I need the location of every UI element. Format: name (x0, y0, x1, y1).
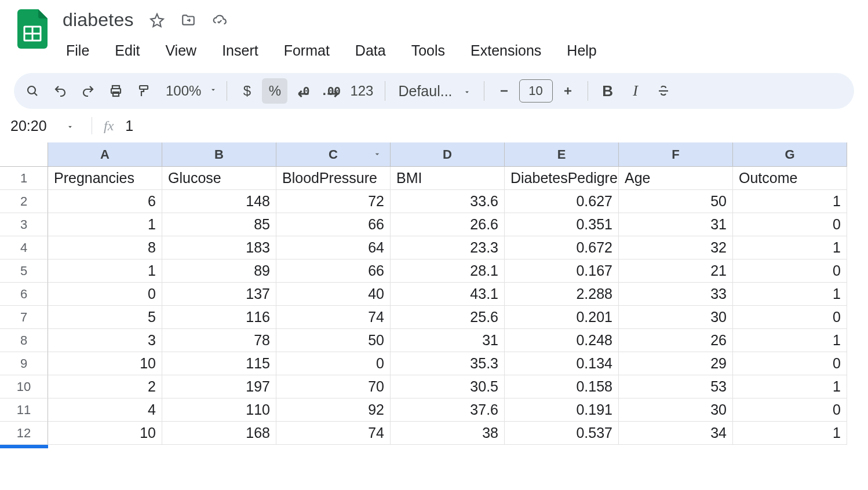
paint-format-button[interactable] (131, 78, 156, 104)
formula-bar-input[interactable]: 1 (125, 118, 133, 134)
menu-data[interactable]: Data (344, 39, 397, 63)
cell[interactable]: 70 (276, 375, 391, 398)
cell[interactable]: 137 (162, 283, 276, 306)
decrease-font-size-button[interactable] (491, 78, 517, 104)
cell[interactable]: BloodPressure (276, 167, 391, 190)
cell[interactable]: 0 (733, 398, 847, 422)
cell[interactable]: 0.351 (505, 213, 619, 236)
cell[interactable]: 31 (619, 213, 733, 236)
cell[interactable]: 37.6 (391, 398, 505, 422)
cell[interactable]: 1 (733, 422, 847, 445)
cell[interactable]: 1 (733, 190, 847, 213)
spreadsheet-grid[interactable]: 123456789101112 ABCDEFG PregnanciesGluco… (0, 142, 868, 448)
cell[interactable]: 110 (162, 398, 276, 422)
cell[interactable]: 3 (48, 329, 162, 352)
cell[interactable]: 34 (619, 422, 733, 445)
row-header-10[interactable]: 10 (0, 375, 48, 398)
menu-extensions[interactable]: Extensions (459, 39, 553, 63)
column-header-E[interactable]: E (505, 142, 619, 167)
undo-button[interactable] (48, 78, 73, 104)
cell[interactable]: 0 (733, 259, 847, 283)
menu-edit[interactable]: Edit (103, 39, 151, 63)
row-header-11[interactable]: 11 (0, 398, 48, 422)
cell[interactable]: 0.672 (505, 236, 619, 259)
cell[interactable]: 28.1 (391, 259, 505, 283)
cell[interactable]: 0.191 (505, 398, 619, 422)
cell[interactable]: 10 (48, 352, 162, 375)
cell[interactable]: 0.248 (505, 329, 619, 352)
bold-button[interactable]: B (595, 78, 621, 104)
cell[interactable]: 33.6 (391, 190, 505, 213)
cell[interactable]: 0.158 (505, 375, 619, 398)
cell[interactable]: BMI (391, 167, 505, 190)
cell[interactable]: 66 (276, 213, 391, 236)
cell[interactable]: 32 (619, 236, 733, 259)
row-header-3[interactable]: 3 (0, 213, 48, 236)
column-header-D[interactable]: D (391, 142, 505, 167)
cell[interactable]: 1 (733, 236, 847, 259)
cell[interactable]: 21 (619, 259, 733, 283)
cell[interactable]: Glucose (162, 167, 276, 190)
cell[interactable]: 66 (276, 259, 391, 283)
cell[interactable]: 50 (619, 190, 733, 213)
name-box[interactable]: 20:20 (10, 118, 80, 134)
cell[interactable]: 92 (276, 398, 391, 422)
cell[interactable]: 74 (276, 422, 391, 445)
cell[interactable]: 2 (48, 375, 162, 398)
cell[interactable]: 0 (733, 213, 847, 236)
zoom-select[interactable]: 100% (159, 83, 220, 99)
increase-decimal-button[interactable]: .00 (318, 78, 343, 104)
row-header-7[interactable]: 7 (0, 306, 48, 329)
cell[interactable]: 0 (48, 283, 162, 306)
cell[interactable]: 4 (48, 398, 162, 422)
increase-font-size-button[interactable] (555, 78, 581, 104)
cell[interactable]: 31 (391, 329, 505, 352)
row-header-4[interactable]: 4 (0, 236, 48, 259)
cell[interactable]: 78 (162, 329, 276, 352)
strikethrough-button[interactable] (651, 78, 676, 104)
cell[interactable]: 72 (276, 190, 391, 213)
row-header-6[interactable]: 6 (0, 283, 48, 306)
cell[interactable]: 33 (619, 283, 733, 306)
cell[interactable]: 1 (733, 375, 847, 398)
cell[interactable]: 0.537 (505, 422, 619, 445)
italic-button[interactable]: I (623, 78, 648, 104)
menu-insert[interactable]: Insert (210, 39, 270, 63)
row-header-5[interactable]: 5 (0, 259, 48, 283)
column-header-B[interactable]: B (162, 142, 276, 167)
row-header-12[interactable]: 12 (0, 422, 48, 445)
cell[interactable]: 148 (162, 190, 276, 213)
chevron-down-icon[interactable] (373, 147, 382, 162)
cell[interactable]: 1 (733, 329, 847, 352)
cell[interactable]: 115 (162, 352, 276, 375)
cell[interactable]: 0.627 (505, 190, 619, 213)
cell[interactable]: 6 (48, 190, 162, 213)
font-size-input[interactable]: 10 (519, 79, 553, 103)
cell[interactable]: Age (619, 167, 733, 190)
menu-help[interactable]: Help (555, 39, 608, 63)
star-icon[interactable] (148, 11, 166, 30)
row-header-9[interactable]: 9 (0, 352, 48, 375)
cell[interactable]: 26.6 (391, 213, 505, 236)
cell[interactable]: 0 (733, 306, 847, 329)
redo-button[interactable] (75, 78, 101, 104)
row-header-1[interactable]: 1 (0, 167, 48, 190)
cell[interactable]: 168 (162, 422, 276, 445)
cell[interactable]: 2.288 (505, 283, 619, 306)
cell[interactable]: 74 (276, 306, 391, 329)
cloud-saved-icon[interactable] (210, 11, 229, 30)
document-title[interactable]: diabetes (59, 8, 137, 32)
row-header-8[interactable]: 8 (0, 329, 48, 352)
column-header-C[interactable]: C (276, 142, 391, 167)
cell[interactable]: Outcome (733, 167, 847, 190)
menu-file[interactable]: File (54, 39, 101, 63)
cell[interactable]: 35.3 (391, 352, 505, 375)
cell[interactable]: 43.1 (391, 283, 505, 306)
cell[interactable]: 40 (276, 283, 391, 306)
cell[interactable]: DiabetesPedigre (505, 167, 619, 190)
select-all-cell[interactable] (0, 142, 48, 167)
cell[interactable]: 1 (48, 259, 162, 283)
cell[interactable]: 38 (391, 422, 505, 445)
search-icon[interactable] (20, 78, 45, 104)
cell[interactable]: 64 (276, 236, 391, 259)
